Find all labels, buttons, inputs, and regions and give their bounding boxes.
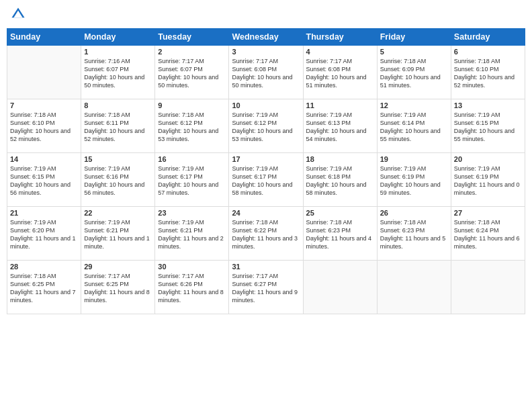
day-number: 3 bbox=[232, 48, 300, 56]
calendar-cell: 19Sunrise: 7:19 AM Sunset: 6:19 PM Dayli… bbox=[377, 153, 451, 207]
day-info: Sunrise: 7:19 AM Sunset: 6:14 PM Dayligh… bbox=[380, 111, 448, 144]
day-number: 8 bbox=[84, 101, 152, 109]
day-number: 15 bbox=[84, 155, 152, 163]
header-day: Friday bbox=[377, 29, 451, 46]
logo-icon bbox=[11, 7, 26, 21]
calendar-cell: 6Sunrise: 7:18 AM Sunset: 6:10 PM Daylig… bbox=[451, 46, 525, 99]
day-info: Sunrise: 7:19 AM Sunset: 6:19 PM Dayligh… bbox=[380, 165, 448, 197]
calendar-cell: 30Sunrise: 7:17 AM Sunset: 6:26 PM Dayli… bbox=[155, 261, 229, 314]
day-info: Sunrise: 7:19 AM Sunset: 6:13 PM Dayligh… bbox=[306, 111, 374, 144]
page: SundayMondayTuesdayWednesdayThursdayFrid… bbox=[0, 0, 532, 411]
calendar-header: SundayMondayTuesdayWednesdayThursdayFrid… bbox=[7, 29, 525, 46]
day-info: Sunrise: 7:18 AM Sunset: 6:11 PM Dayligh… bbox=[84, 111, 152, 144]
day-number: 24 bbox=[232, 209, 300, 217]
day-info: Sunrise: 7:19 AM Sunset: 6:15 PM Dayligh… bbox=[10, 165, 78, 197]
calendar-cell: 28Sunrise: 7:18 AM Sunset: 6:25 PM Dayli… bbox=[7, 261, 81, 314]
day-info: Sunrise: 7:19 AM Sunset: 6:17 PM Dayligh… bbox=[158, 165, 226, 197]
calendar-cell: 9Sunrise: 7:18 AM Sunset: 6:12 PM Daylig… bbox=[155, 99, 229, 153]
calendar-cell: 24Sunrise: 7:18 AM Sunset: 6:22 PM Dayli… bbox=[229, 207, 303, 261]
day-number: 13 bbox=[454, 101, 522, 109]
day-info: Sunrise: 7:16 AM Sunset: 6:07 PM Dayligh… bbox=[84, 57, 152, 90]
day-info: Sunrise: 7:17 AM Sunset: 6:07 PM Dayligh… bbox=[158, 57, 226, 90]
calendar-cell: 22Sunrise: 7:19 AM Sunset: 6:21 PM Dayli… bbox=[81, 207, 155, 261]
day-info: Sunrise: 7:17 AM Sunset: 6:27 PM Dayligh… bbox=[232, 272, 300, 305]
day-info: Sunrise: 7:18 AM Sunset: 6:24 PM Dayligh… bbox=[454, 218, 522, 251]
day-number: 18 bbox=[306, 155, 374, 163]
day-info: Sunrise: 7:18 AM Sunset: 6:23 PM Dayligh… bbox=[380, 218, 448, 251]
day-number: 9 bbox=[158, 101, 226, 109]
day-number: 16 bbox=[158, 155, 226, 163]
day-info: Sunrise: 7:19 AM Sunset: 6:15 PM Dayligh… bbox=[454, 111, 522, 144]
day-info: Sunrise: 7:18 AM Sunset: 6:10 PM Dayligh… bbox=[454, 57, 522, 90]
calendar-cell: 16Sunrise: 7:19 AM Sunset: 6:17 PM Dayli… bbox=[155, 153, 229, 207]
calendar-cell: 17Sunrise: 7:19 AM Sunset: 6:17 PM Dayli… bbox=[229, 153, 303, 207]
day-info: Sunrise: 7:18 AM Sunset: 6:10 PM Dayligh… bbox=[10, 111, 78, 144]
day-info: Sunrise: 7:19 AM Sunset: 6:21 PM Dayligh… bbox=[84, 218, 152, 251]
calendar-cell: 20Sunrise: 7:19 AM Sunset: 6:19 PM Dayli… bbox=[451, 153, 525, 207]
day-info: Sunrise: 7:17 AM Sunset: 6:08 PM Dayligh… bbox=[306, 57, 374, 90]
calendar-cell: 29Sunrise: 7:17 AM Sunset: 6:25 PM Dayli… bbox=[81, 261, 155, 314]
day-number: 19 bbox=[380, 155, 448, 163]
header-day: Tuesday bbox=[155, 29, 229, 46]
day-number: 1 bbox=[84, 48, 152, 56]
header-day: Saturday bbox=[451, 29, 525, 46]
calendar-cell: 15Sunrise: 7:19 AM Sunset: 6:16 PM Dayli… bbox=[81, 153, 155, 207]
calendar-cell: 1Sunrise: 7:16 AM Sunset: 6:07 PM Daylig… bbox=[81, 46, 155, 99]
header-day: Wednesday bbox=[229, 29, 303, 46]
calendar-cell: 23Sunrise: 7:19 AM Sunset: 6:21 PM Dayli… bbox=[155, 207, 229, 261]
calendar-cell: 27Sunrise: 7:18 AM Sunset: 6:24 PM Dayli… bbox=[451, 207, 525, 261]
day-number: 21 bbox=[10, 209, 78, 217]
day-number: 11 bbox=[306, 101, 374, 109]
header-day: Thursday bbox=[303, 29, 377, 46]
day-number: 4 bbox=[306, 48, 374, 56]
header-day: Sunday bbox=[7, 29, 81, 46]
day-info: Sunrise: 7:19 AM Sunset: 6:12 PM Dayligh… bbox=[232, 111, 300, 144]
calendar-cell: 11Sunrise: 7:19 AM Sunset: 6:13 PM Dayli… bbox=[303, 99, 377, 153]
day-info: Sunrise: 7:18 AM Sunset: 6:25 PM Dayligh… bbox=[10, 272, 78, 305]
calendar-week: 21Sunrise: 7:19 AM Sunset: 6:20 PM Dayli… bbox=[7, 207, 525, 261]
calendar-week: 1Sunrise: 7:16 AM Sunset: 6:07 PM Daylig… bbox=[7, 46, 525, 99]
day-info: Sunrise: 7:17 AM Sunset: 6:08 PM Dayligh… bbox=[232, 57, 300, 90]
day-number: 10 bbox=[232, 101, 300, 109]
day-number: 27 bbox=[454, 209, 522, 217]
day-info: Sunrise: 7:18 AM Sunset: 6:12 PM Dayligh… bbox=[158, 111, 226, 144]
calendar-cell bbox=[377, 261, 451, 314]
day-info: Sunrise: 7:19 AM Sunset: 6:20 PM Dayligh… bbox=[10, 218, 78, 251]
day-number: 28 bbox=[10, 263, 78, 271]
day-info: Sunrise: 7:19 AM Sunset: 6:17 PM Dayligh… bbox=[232, 165, 300, 197]
calendar-week: 7Sunrise: 7:18 AM Sunset: 6:10 PM Daylig… bbox=[7, 99, 525, 153]
calendar-cell: 10Sunrise: 7:19 AM Sunset: 6:12 PM Dayli… bbox=[229, 99, 303, 153]
day-number: 30 bbox=[158, 263, 226, 271]
day-info: Sunrise: 7:17 AM Sunset: 6:25 PM Dayligh… bbox=[84, 272, 152, 305]
calendar-cell: 31Sunrise: 7:17 AM Sunset: 6:27 PM Dayli… bbox=[229, 261, 303, 314]
day-number: 14 bbox=[10, 155, 78, 163]
day-number: 6 bbox=[454, 48, 522, 56]
calendar-cell: 21Sunrise: 7:19 AM Sunset: 6:20 PM Dayli… bbox=[7, 207, 81, 261]
calendar-cell: 2Sunrise: 7:17 AM Sunset: 6:07 PM Daylig… bbox=[155, 46, 229, 99]
calendar-cell: 3Sunrise: 7:17 AM Sunset: 6:08 PM Daylig… bbox=[229, 46, 303, 99]
calendar-cell: 5Sunrise: 7:18 AM Sunset: 6:09 PM Daylig… bbox=[377, 46, 451, 99]
calendar-cell: 14Sunrise: 7:19 AM Sunset: 6:15 PM Dayli… bbox=[7, 153, 81, 207]
day-number: 12 bbox=[380, 101, 448, 109]
logo bbox=[9, 7, 26, 24]
day-number: 23 bbox=[158, 209, 226, 217]
calendar: SundayMondayTuesdayWednesdayThursdayFrid… bbox=[0, 28, 532, 314]
calendar-week: 14Sunrise: 7:19 AM Sunset: 6:15 PM Dayli… bbox=[7, 153, 525, 207]
calendar-cell: 18Sunrise: 7:19 AM Sunset: 6:18 PM Dayli… bbox=[303, 153, 377, 207]
calendar-cell bbox=[303, 261, 377, 314]
day-info: Sunrise: 7:18 AM Sunset: 6:23 PM Dayligh… bbox=[306, 218, 374, 251]
day-info: Sunrise: 7:17 AM Sunset: 6:26 PM Dayligh… bbox=[158, 272, 226, 305]
calendar-cell: 26Sunrise: 7:18 AM Sunset: 6:23 PM Dayli… bbox=[377, 207, 451, 261]
day-number: 5 bbox=[380, 48, 448, 56]
day-info: Sunrise: 7:18 AM Sunset: 6:22 PM Dayligh… bbox=[232, 218, 300, 251]
day-number: 17 bbox=[232, 155, 300, 163]
calendar-cell bbox=[7, 46, 81, 99]
day-number: 29 bbox=[84, 263, 152, 271]
day-info: Sunrise: 7:19 AM Sunset: 6:21 PM Dayligh… bbox=[158, 218, 226, 251]
calendar-cell: 8Sunrise: 7:18 AM Sunset: 6:11 PM Daylig… bbox=[81, 99, 155, 153]
day-info: Sunrise: 7:19 AM Sunset: 6:16 PM Dayligh… bbox=[84, 165, 152, 197]
day-info: Sunrise: 7:18 AM Sunset: 6:09 PM Dayligh… bbox=[380, 57, 448, 90]
day-number: 22 bbox=[84, 209, 152, 217]
day-number: 2 bbox=[158, 48, 226, 56]
calendar-cell: 25Sunrise: 7:18 AM Sunset: 6:23 PM Dayli… bbox=[303, 207, 377, 261]
